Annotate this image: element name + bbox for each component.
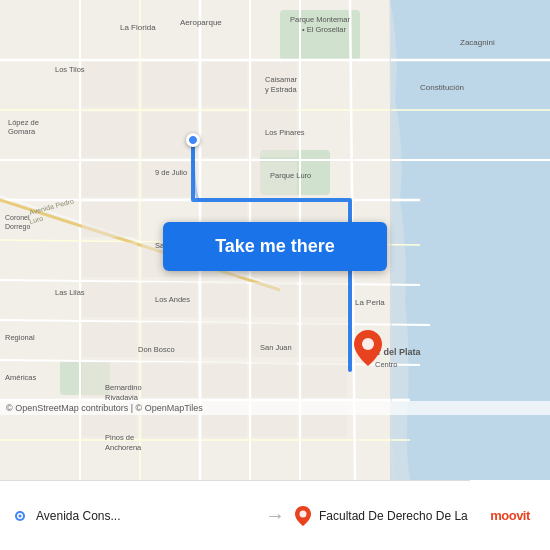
svg-text:Constitución: Constitución	[420, 83, 464, 92]
from-label: Avenida Cons...	[36, 509, 121, 523]
bottom-bar: Avenida Cons... → Facultad De Derecho De…	[0, 480, 550, 550]
svg-rect-31	[82, 162, 137, 197]
svg-rect-38	[82, 242, 137, 277]
svg-rect-47	[302, 282, 347, 317]
take-me-there-button[interactable]: Take me there	[163, 222, 387, 271]
svg-text:Los Andes: Los Andes	[155, 295, 190, 304]
svg-rect-27	[82, 112, 137, 157]
svg-text:Caisamar: Caisamar	[265, 75, 298, 84]
svg-rect-50	[202, 322, 247, 357]
svg-rect-25	[142, 62, 197, 107]
svg-text:Gomara: Gomara	[8, 127, 36, 136]
origin-marker	[186, 133, 200, 147]
svg-text:Anchorena: Anchorena	[105, 443, 142, 452]
from-location[interactable]: Avenida Cons...	[10, 506, 257, 526]
svg-text:Parque Luro: Parque Luro	[270, 171, 311, 180]
svg-rect-48	[82, 322, 137, 357]
svg-text:Coronel: Coronel	[5, 214, 30, 221]
svg-text:Dorrego: Dorrego	[5, 223, 30, 231]
svg-text:Bernardino: Bernardino	[105, 383, 142, 392]
svg-rect-46	[252, 282, 297, 317]
svg-rect-29	[202, 112, 247, 157]
svg-text:Los Tilos: Los Tilos	[55, 65, 85, 74]
svg-rect-54	[142, 362, 197, 397]
from-icon	[10, 506, 30, 526]
svg-rect-24	[82, 62, 137, 107]
svg-text:9 de Julio: 9 de Julio	[155, 168, 187, 177]
svg-rect-56	[252, 362, 297, 397]
svg-rect-26	[202, 62, 247, 107]
svg-text:La Florida: La Florida	[120, 23, 156, 32]
map-container: La Florida Aeroparque Parque Montemar • …	[0, 0, 550, 480]
to-icon	[293, 506, 313, 526]
svg-text:Américas: Américas	[5, 373, 37, 382]
svg-text:Los Pinares: Los Pinares	[265, 128, 305, 137]
svg-text:• El Grosellar: • El Grosellar	[302, 25, 346, 34]
svg-text:Don Bosco: Don Bosco	[138, 345, 175, 354]
svg-text:Aeroparque: Aeroparque	[180, 18, 222, 27]
svg-text:San Juan: San Juan	[260, 343, 292, 352]
svg-text:La Perla: La Perla	[355, 298, 385, 307]
moovit-logo: moovit	[470, 480, 550, 550]
svg-text:Parque Montemar: Parque Montemar	[290, 15, 351, 24]
direction-arrow: →	[265, 504, 285, 527]
svg-rect-52	[302, 322, 347, 357]
svg-text:Las Lilas: Las Lilas	[55, 288, 85, 297]
svg-text:Pinos de: Pinos de	[105, 433, 134, 442]
svg-point-100	[300, 510, 307, 517]
svg-rect-45	[202, 282, 247, 317]
svg-rect-57	[302, 362, 347, 397]
svg-text:y Estrada: y Estrada	[265, 85, 298, 94]
svg-rect-55	[202, 362, 247, 397]
map-attribution: © OpenStreetMap contributors | © OpenMap…	[0, 401, 550, 415]
destination-marker	[354, 330, 382, 370]
svg-text:López de: López de	[8, 118, 39, 127]
svg-point-99	[19, 514, 22, 517]
svg-rect-34	[82, 202, 137, 237]
svg-rect-43	[82, 282, 137, 317]
svg-point-96	[362, 338, 374, 350]
svg-text:Regional: Regional	[5, 333, 35, 342]
svg-text:Zacagnini: Zacagnini	[460, 38, 495, 47]
